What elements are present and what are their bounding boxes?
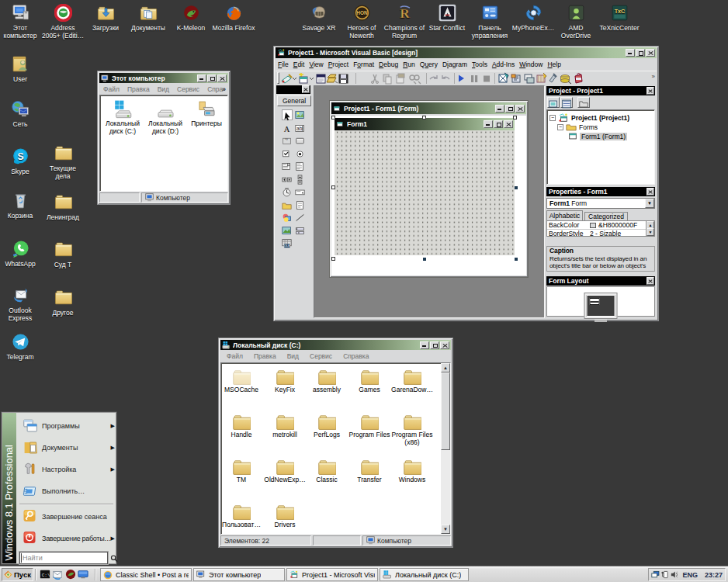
svg-text:R: R: [400, 6, 410, 21]
svg-text:ab: ab: [296, 125, 303, 130]
svg-text:TxC: TxC: [614, 9, 625, 15]
svg-text:C:\: C:\: [42, 573, 50, 578]
svg-text:A: A: [284, 124, 290, 133]
svg-text:HON: HON: [356, 10, 368, 16]
svg-text:S: S: [17, 151, 23, 162]
svg-text:OLE: OLE: [284, 244, 290, 248]
